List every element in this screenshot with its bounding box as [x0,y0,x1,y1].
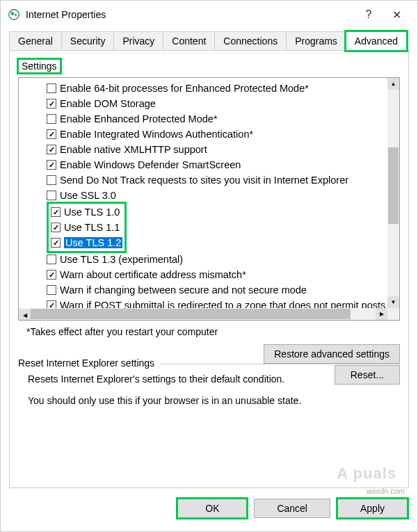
horizontal-scrollbar[interactable]: ◀ ▶ [19,308,399,320]
item-label: Enable 64-bit processes for Enhanced Pro… [60,83,309,94]
checkbox[interactable] [47,145,56,154]
item-label: Use SSL 3.0 [60,190,116,201]
dialog-button-row: OK Cancel Apply [1,489,417,528]
item-label: Use TLS 1.0 [64,207,120,218]
checkbox[interactable] [47,83,56,93]
checkbox[interactable] [51,207,61,217]
list-item[interactable]: Enable Integrated Windows Authentication… [47,127,396,142]
item-label: Use TLS 1.1 [64,222,120,233]
cancel-button[interactable]: Cancel [254,499,330,518]
list-item[interactable]: Enable DOM Storage [47,96,396,111]
list-item[interactable]: Use TLS 1.1 [51,220,122,235]
checkbox[interactable] [47,191,56,200]
list-item[interactable]: Use TLS 1.0 [51,204,122,220]
tab-advanced[interactable]: Advanced [346,31,407,51]
checkbox[interactable] [47,285,56,295]
item-label: Enable DOM Storage [60,98,156,109]
reset-description: Resets Internet Explorer's settings to t… [28,373,296,385]
item-label: Warn if changing between secure and not … [60,284,307,296]
list-item[interactable]: Warn about certificate address mismatch* [47,267,396,282]
scroll-thumb-vertical[interactable] [388,147,399,224]
vertical-scrollbar[interactable]: ▲ ▼ [387,78,399,308]
reset-group-label: Reset Internet Explorer settings [18,357,160,369]
item-label: Send Do Not Track requests to sites you … [60,175,348,186]
tab-programs[interactable]: Programs [286,31,346,51]
item-label: Enable Integrated Windows Authentication… [60,129,253,140]
item-label: Use TLS 1.2 [64,237,122,248]
scroll-left-button[interactable]: ◀ [19,309,31,321]
checkbox[interactable] [47,270,56,280]
list-item[interactable]: Use TLS 1.2 [51,235,122,250]
scroll-thumb-horizontal[interactable] [31,309,351,319]
scroll-up-button[interactable]: ▲ [387,78,399,90]
watermark-text: wsxdn.com [367,487,405,495]
list-item[interactable]: Use TLS 1.3 (experimental) [47,252,396,267]
settings-listbox: Enable 64-bit processes for Enhanced Pro… [18,77,400,321]
tab-security[interactable]: Security [61,31,115,51]
reset-group-divider: Reset Internet Explorer settings [18,364,400,364]
restart-note: *Takes effect after you restart your com… [26,326,400,337]
list-item[interactable]: Enable native XMLHTTP support [47,142,396,157]
settings-label: Settings [18,59,61,73]
tab-privacy[interactable]: Privacy [113,31,163,51]
tab-general[interactable]: General [9,31,62,51]
list-item[interactable]: Warn if changing between secure and not … [47,282,396,298]
reset-button[interactable]: Reset... [335,365,400,385]
checkbox[interactable] [47,129,56,139]
restore-advanced-button[interactable]: Restore advanced settings [264,344,400,364]
tab-content[interactable]: Content [163,31,215,51]
list-item[interactable]: Enable Enhanced Protected Mode* [47,111,396,127]
window-title: Internet Properties [26,9,355,20]
scroll-corner [387,308,399,320]
scroll-right-button[interactable]: ▶ [376,308,387,320]
globe-icon [8,8,20,21]
checkbox[interactable] [47,255,56,264]
item-label: Enable native XMLHTTP support [60,144,207,155]
ok-button[interactable]: OK [177,499,247,518]
checkbox[interactable] [47,114,56,124]
tab-panel-advanced: Settings Enable 64-bit processes for Enh… [9,50,409,488]
titlebar: Internet Properties ? ✕ [1,1,417,29]
apply-button[interactable]: Apply [337,499,408,518]
checkbox[interactable] [47,160,56,170]
reset-warning: You should only use this if your browser… [28,395,400,406]
checkbox[interactable] [51,223,61,232]
tls-highlight-group: Use TLS 1.0Use TLS 1.1Use TLS 1.2 [47,202,127,253]
list-item[interactable]: Enable Windows Defender SmartScreen [47,157,396,172]
item-label: Warn about certificate address mismatch* [60,269,246,280]
close-button[interactable]: ✕ [383,4,410,25]
item-label: Enable Enhanced Protected Mode* [60,113,218,124]
list-item[interactable]: Enable 64-bit processes for Enhanced Pro… [47,81,396,96]
checkbox[interactable] [51,238,61,248]
list-item[interactable]: Send Do Not Track requests to sites you … [47,172,396,188]
checkbox[interactable] [47,175,56,185]
tab-strip: General Security Privacy Content Connect… [1,31,417,51]
item-label: Use TLS 1.3 (experimental) [60,254,183,265]
checkbox[interactable] [47,99,56,108]
watermark-logo: A puals [337,465,396,483]
help-button[interactable]: ? [355,4,383,25]
list-item[interactable]: Use SSL 3.0 [47,188,396,203]
scroll-down-button[interactable]: ▼ [387,296,399,308]
tab-connections[interactable]: Connections [214,31,287,51]
item-label: Enable Windows Defender SmartScreen [60,159,241,170]
